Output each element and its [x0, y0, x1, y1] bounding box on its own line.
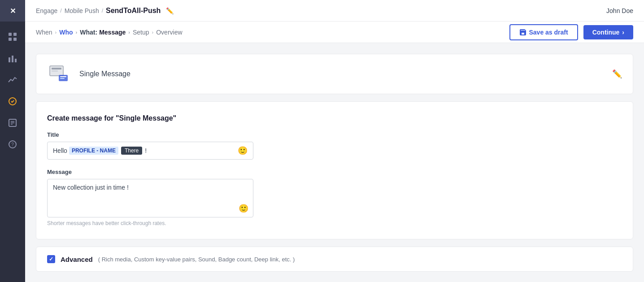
breadcrumb-campaign-name: SendToAll-Push: [106, 7, 161, 15]
message-hint: Shorter messages have better click-throu…: [47, 220, 622, 226]
step-overview[interactable]: Overview: [156, 29, 182, 36]
step-setup-chevron: ›: [152, 30, 154, 35]
save-as-draft-button[interactable]: Save as draft: [509, 24, 578, 40]
sidebar-item-analytics[interactable]: [0, 70, 25, 90]
svg-rect-4: [9, 57, 10, 62]
title-input[interactable]: Hello PROFILE - NAME There ! 🙂: [47, 142, 253, 160]
title-field-section: Title Hello PROFILE - NAME There ! 🙂: [47, 131, 622, 160]
there-popup-tag: There: [121, 147, 142, 155]
sidebar-item-bar-chart[interactable]: [0, 48, 25, 68]
analytics-icon: [8, 75, 17, 84]
sidebar-item-grid[interactable]: [0, 27, 25, 47]
message-field-label: Message: [47, 169, 622, 175]
continue-chevron: ›: [622, 29, 624, 36]
separator-1: /: [60, 8, 61, 14]
push-notification-icon: [47, 63, 72, 85]
reports-icon: [8, 118, 17, 127]
svg-rect-1: [13, 33, 17, 36]
sidebar-item-help[interactable]: ?: [0, 134, 25, 154]
bar-chart-icon: [8, 54, 17, 63]
step-what-prefix: What:: [80, 29, 97, 36]
separator-2: /: [102, 8, 103, 14]
breadcrumb-engage[interactable]: Engage: [36, 7, 57, 14]
create-message-card: Create message for "Single Message" Titl…: [36, 101, 633, 239]
step-who-label: Who: [59, 29, 73, 36]
title-hello-text: Hello: [53, 147, 67, 154]
svg-rect-16: [52, 70, 58, 72]
message-type-card: Single Message ✏️: [36, 54, 633, 94]
message-type-left: Single Message: [47, 63, 131, 85]
svg-rect-2: [9, 38, 12, 41]
grid-icon: [8, 32, 17, 41]
svg-rect-6: [15, 59, 17, 62]
close-button[interactable]: ✕: [0, 0, 25, 22]
save-draft-label: Save as draft: [529, 29, 568, 36]
step-who[interactable]: Who ›: [59, 29, 78, 36]
message-textarea-container: 🙂: [47, 179, 253, 217]
svg-rect-15: [52, 68, 61, 69]
step-when[interactable]: When ›: [36, 29, 57, 36]
step-when-chevron: ›: [55, 30, 57, 35]
main-content: Engage / Mobile Push / SendToAll-Push ✏️…: [25, 0, 644, 282]
advanced-label: Advanced: [61, 256, 93, 263]
steps-list: When › Who › What: Message › Setup › Ove…: [36, 29, 183, 36]
nav-steps: When › Who › What: Message › Setup › Ove…: [25, 22, 644, 43]
breadcrumb: Engage / Mobile Push / SendToAll-Push ✏️: [36, 7, 174, 15]
sidebar: ✕ ?: [0, 0, 25, 282]
svg-rect-19: [60, 78, 65, 79]
save-icon: [519, 29, 527, 36]
header: Engage / Mobile Push / SendToAll-Push ✏️…: [25, 0, 644, 22]
message-emoji-button[interactable]: 🙂: [239, 204, 248, 213]
title-emoji-button[interactable]: 🙂: [238, 146, 248, 156]
message-field-section: Message 🙂 Shorter messages have better c…: [47, 169, 622, 226]
continue-label: Continue: [592, 29, 620, 36]
step-who-chevron: ›: [76, 30, 78, 35]
svg-rect-0: [9, 33, 12, 36]
close-icon: ✕: [10, 7, 16, 15]
svg-rect-3: [13, 38, 17, 41]
edit-message-type-button[interactable]: ✏️: [612, 69, 622, 79]
breadcrumb-mobile-push[interactable]: Mobile Push: [65, 7, 99, 14]
sidebar-item-campaigns[interactable]: [0, 91, 25, 111]
user-name: John Doe: [606, 7, 633, 14]
create-message-section-title: Create message for "Single Message": [47, 114, 622, 122]
title-input-content: Hello PROFILE - NAME There !: [53, 147, 234, 155]
push-svg: [48, 64, 71, 84]
continue-button[interactable]: Continue ›: [583, 25, 633, 39]
sidebar-nav: ?: [0, 22, 25, 154]
svg-rect-5: [12, 56, 13, 62]
step-when-label: When: [36, 29, 52, 36]
svg-text:?: ?: [11, 142, 14, 147]
check-icon: ✓: [49, 256, 53, 262]
sidebar-item-reports[interactable]: [0, 113, 25, 133]
help-icon: ?: [8, 140, 17, 149]
steps-actions: Save as draft Continue ›: [509, 24, 634, 40]
svg-rect-18: [60, 76, 66, 77]
advanced-description: ( Rich media, Custom key-value pairs, So…: [98, 256, 295, 263]
step-what-chevron: ›: [128, 30, 130, 35]
page-content: Single Message ✏️ Create message for "Si…: [25, 43, 644, 282]
step-setup[interactable]: Setup ›: [133, 29, 154, 36]
advanced-card: ✓ Advanced ( Rich media, Custom key-valu…: [36, 247, 633, 272]
step-what[interactable]: What: Message ›: [80, 29, 131, 36]
advanced-checkbox[interactable]: ✓: [47, 255, 55, 263]
campaigns-icon: [8, 97, 17, 106]
profile-name-tag: PROFILE - NAME: [69, 147, 118, 155]
message-textarea[interactable]: [48, 179, 253, 215]
message-type-label: Single Message: [79, 70, 131, 78]
title-field-label: Title: [47, 131, 622, 138]
step-what-label: Message: [99, 29, 126, 36]
step-overview-label: Overview: [156, 29, 182, 36]
title-exclaim-text: !: [145, 147, 147, 154]
edit-campaign-name-button[interactable]: ✏️: [166, 7, 174, 14]
step-setup-label: Setup: [133, 29, 149, 36]
